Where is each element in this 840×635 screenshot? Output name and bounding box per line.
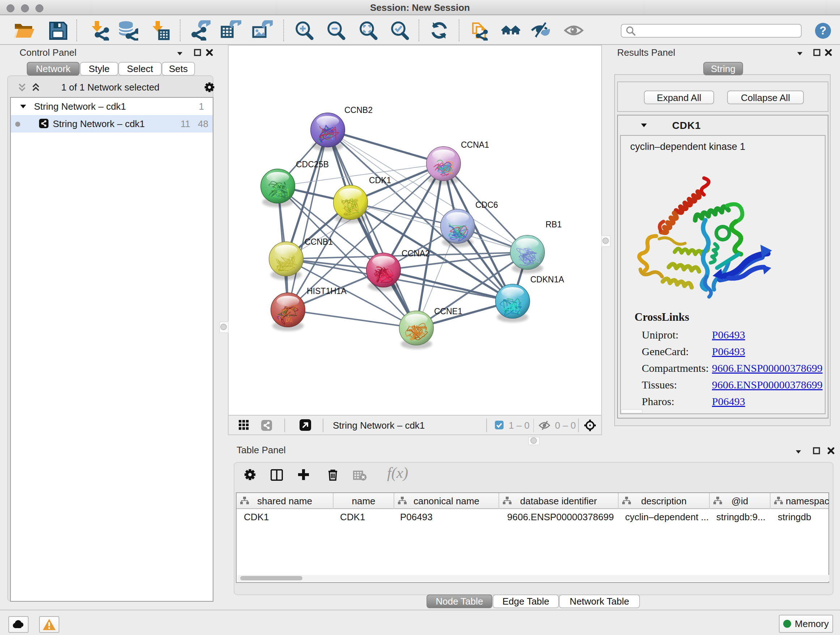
svg-text:CDC25B: CDC25B bbox=[296, 160, 329, 169]
svg-text:CCNA1: CCNA1 bbox=[461, 140, 489, 149]
svg-text:CDKN1A: CDKN1A bbox=[531, 275, 564, 284]
svg-text:RB1: RB1 bbox=[546, 220, 562, 229]
svg-text:CCNE1: CCNE1 bbox=[434, 307, 462, 316]
svg-text:CDK1: CDK1 bbox=[369, 176, 391, 185]
svg-text:HIST1H1A: HIST1H1A bbox=[307, 287, 347, 296]
svg-text:CCNB1: CCNB1 bbox=[305, 237, 333, 247]
svg-text:?: ? bbox=[820, 24, 827, 37]
svg-text:CCNA2: CCNA2 bbox=[401, 249, 430, 258]
svg-text:CDC6: CDC6 bbox=[475, 200, 498, 210]
svg-text:CCNB2: CCNB2 bbox=[344, 105, 373, 115]
